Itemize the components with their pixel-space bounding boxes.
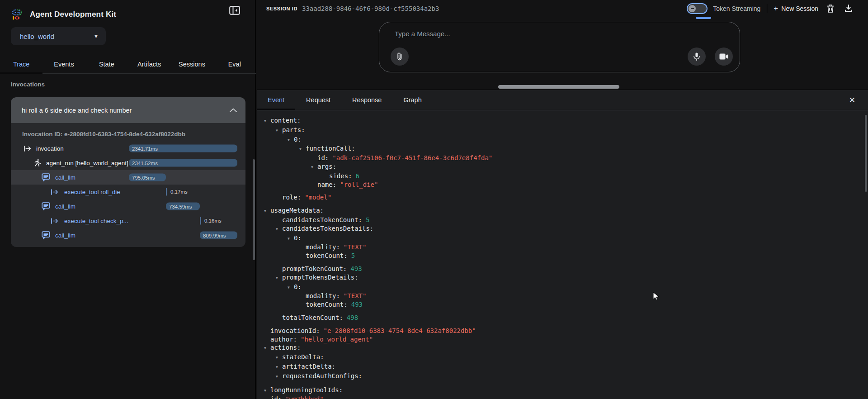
- collapse-sidebar-button[interactable]: [227, 3, 242, 18]
- toggle-knob-icon: [689, 5, 696, 12]
- json-line: id:"adk-caf25106-f0c7-451f-86e4-3c6d7e8f…: [264, 154, 861, 162]
- expand-arrow-icon[interactable]: ▼: [299, 145, 306, 154]
- json-line: ▼artifactDelta:: [264, 362, 861, 372]
- runner-icon: [33, 159, 41, 167]
- tab-state[interactable]: State: [85, 55, 128, 73]
- json-key: 0:: [294, 136, 302, 143]
- json-key: artifactDelta:: [282, 363, 335, 370]
- close-icon: ✕: [849, 95, 855, 105]
- trace-span-label: call_llm: [55, 203, 75, 210]
- scrolled-message-fragment: [696, 17, 711, 19]
- json-key: name:: [317, 181, 336, 188]
- trace-span-row[interactable]: call_llm809.99ms: [11, 228, 245, 242]
- tab-request[interactable]: Request: [295, 90, 341, 110]
- delete-session-button[interactable]: [825, 3, 836, 14]
- json-value: 5: [351, 252, 355, 259]
- expand-arrow-icon[interactable]: ▼: [264, 387, 270, 395]
- json-key: actions:: [270, 344, 301, 351]
- paperclip-icon: [396, 52, 404, 61]
- json-line: author:"hello_world_agent": [264, 335, 861, 344]
- trace-span-row[interactable]: call_llm795.05ms: [11, 170, 245, 185]
- tab-trace[interactable]: Trace: [0, 55, 42, 73]
- json-key: tokenCount:: [306, 252, 348, 259]
- trace-span-row[interactable]: invocation2341.71ms: [11, 141, 245, 156]
- json-line: ▼parts:: [264, 126, 861, 135]
- json-value: 493: [350, 265, 362, 272]
- json-key: modality:: [306, 292, 340, 299]
- trace-duration-bar: 2341.52ms: [129, 159, 237, 167]
- close-detail-panel-button[interactable]: ✕: [849, 90, 855, 110]
- json-line: ▼promptTokensDetails:: [264, 273, 861, 283]
- expand-arrow-icon[interactable]: ▼: [276, 274, 282, 283]
- message-input[interactable]: Type a Message...: [395, 30, 450, 38]
- token-streaming-toggle[interactable]: [687, 3, 708, 14]
- message-compose-box[interactable]: Type a Message...: [379, 22, 740, 72]
- json-line: ▼actions:: [264, 343, 861, 353]
- json-line: ▼longRunningToolIds:: [264, 386, 861, 395]
- trace-span-label: execute_tool check_p...: [64, 218, 128, 224]
- trace-duration-label: 0.16ms: [204, 218, 222, 223]
- json-key: requestedAuthConfigs:: [282, 372, 362, 380]
- expand-arrow-icon[interactable]: ▼: [288, 136, 294, 145]
- invocations-section-label: Invocations: [11, 81, 45, 88]
- sidebar-tabs: TraceEventsStateArtifactsSessionsEval: [0, 55, 256, 74]
- json-key: parts:: [282, 126, 305, 133]
- json-line: modality:"TEXT": [264, 292, 861, 300]
- sidebar-header: Agent Development Kit: [11, 6, 249, 23]
- detail-tabs: EventRequestResponseGraph ✕: [257, 90, 868, 110]
- expand-arrow-icon[interactable]: ▼: [276, 363, 282, 372]
- sidebar-scrollbar-thumb[interactable]: [253, 159, 255, 260]
- trace-span-row[interactable]: agent_run [hello_world_agent]2341.52ms: [11, 156, 245, 170]
- tab-artifacts[interactable]: Artifacts: [128, 55, 170, 73]
- json-key: stateDelta:: [282, 353, 324, 361]
- tab-sessions[interactable]: Sessions: [170, 55, 213, 73]
- enter-arrow-icon: [51, 189, 59, 195]
- tab-eval[interactable]: Eval: [213, 55, 256, 73]
- trace-span-label: call_llm: [55, 232, 75, 239]
- json-line: ▼requestedAuthConfigs:: [264, 372, 861, 381]
- expand-arrow-icon[interactable]: ▼: [276, 225, 282, 234]
- detail-scrollbar-thumb[interactable]: [865, 115, 867, 192]
- invocation-id: Invocation ID: e-2808fd10-6383-4754-8de4…: [11, 131, 245, 141]
- session-header: SESSION ID 33aad288-9846-46f6-980d-cf555…: [257, 0, 868, 17]
- expand-arrow-icon[interactable]: ▼: [264, 117, 270, 126]
- expand-arrow-icon[interactable]: ▼: [276, 127, 282, 135]
- trace-tree: Invocation ID: e-2808fd10-6383-4754-8de4…: [11, 123, 245, 247]
- chat-bubble-icon: [42, 202, 50, 210]
- tab-events[interactable]: Events: [42, 55, 85, 73]
- json-value: "adk-caf25106-f0c7-451f-86e4-3c6d7e8f4fd…: [332, 154, 492, 162]
- export-session-button[interactable]: [843, 3, 854, 14]
- new-session-button[interactable]: + New Session: [774, 4, 818, 13]
- expand-arrow-icon[interactable]: ▼: [288, 284, 294, 292]
- expand-arrow-icon[interactable]: ▼: [276, 354, 282, 362]
- expand-arrow-icon[interactable]: ▼: [264, 344, 270, 353]
- expand-arrow-icon[interactable]: ▼: [288, 235, 294, 243]
- trace-span-row[interactable]: call_llm734.59ms: [11, 199, 245, 214]
- chat-bubble-icon: [42, 173, 50, 181]
- trace-span-row[interactable]: execute_tool roll_die0.17ms: [11, 185, 245, 199]
- app-select-dropdown[interactable]: hello_world ▼: [11, 27, 106, 45]
- plus-icon: +: [774, 4, 778, 13]
- enter-arrow-icon: [51, 218, 59, 224]
- tab-graph[interactable]: Graph: [392, 90, 432, 110]
- json-value: 498: [347, 314, 358, 321]
- trace-duration-label: 0.17ms: [170, 189, 188, 195]
- microphone-icon: [693, 52, 700, 61]
- expand-arrow-icon[interactable]: ▼: [264, 207, 270, 216]
- video-button[interactable]: [715, 48, 733, 66]
- expand-arrow-icon[interactable]: ▼: [311, 163, 317, 172]
- invocation-card-header[interactable]: hi roll a 6 side dice and check number: [11, 97, 245, 123]
- trace-duration-bar: [166, 188, 167, 196]
- panel-resize-handle[interactable]: [498, 85, 619, 89]
- attach-file-button[interactable]: [391, 48, 409, 66]
- trace-span-row[interactable]: execute_tool check_p...0.16ms: [11, 214, 245, 228]
- json-line: tokenCount:493: [264, 300, 861, 309]
- adk-robot-logo-icon: [11, 8, 24, 21]
- expand-arrow-icon[interactable]: ▼: [276, 373, 282, 381]
- tab-event[interactable]: Event: [257, 90, 295, 110]
- microphone-button[interactable]: [688, 48, 706, 66]
- tab-response[interactable]: Response: [341, 90, 392, 110]
- json-line: promptTokenCount:493: [264, 265, 861, 273]
- json-value: "hello_world_agent": [301, 336, 373, 343]
- enter-arrow-icon: [24, 145, 32, 152]
